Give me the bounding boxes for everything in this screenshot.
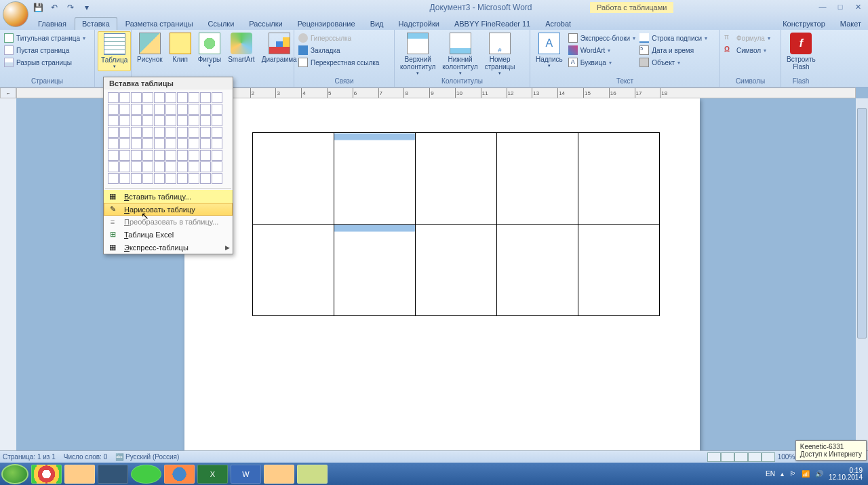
cover-page-icon [4,33,14,43]
hyperlink-button[interactable]: Гиперссылка [297,33,353,43]
blank-page-button[interactable]: Пустая страница [3,45,71,56]
task-firefox[interactable] [164,465,195,484]
tab-mailings[interactable]: Рассылки [242,18,289,30]
window-title: Документ3 - Microsoft Word [94,3,868,12]
footer-button[interactable]: Нижний колонтитул▾ [439,31,480,77]
draw-table-icon: ✎ [106,205,119,214]
smartart-button[interactable]: SmartArt [225,31,257,64]
tray-date[interactable]: 12.10.2014 [829,474,863,481]
flash-button[interactable]: fВстроить Flash [784,31,818,72]
status-page[interactable]: Страница: 1 из 1 [3,453,56,461]
tab-home[interactable]: Главная [31,18,73,30]
tray-network-icon[interactable]: 📶 [802,470,810,478]
tray-sound-icon[interactable]: 🔊 [815,470,823,478]
page-break-button[interactable]: Разрыв страницы [3,57,73,68]
header-icon [407,33,429,54]
group-label-links: Связи [297,77,391,85]
picture-button[interactable]: Рисунок [134,31,165,64]
dropdown-title: Вставка таблицы [104,77,233,90]
sigline-button[interactable]: Строка подписи [638,33,709,43]
maximize-button[interactable]: □ [831,1,849,12]
task-chrome[interactable] [31,465,62,484]
header-button[interactable]: Верхний колонтитул▾ [397,31,438,77]
crossref-button[interactable]: Перекрестная ссылка [297,57,380,68]
status-words[interactable]: Число слов: 0 [64,453,107,461]
ribbon-tabs: Главная Вставка Разметка страницы Ссылки… [0,15,868,30]
shapes-button[interactable]: Фигуры▾ [195,31,224,70]
tab-acrobat[interactable]: Acrobat [538,18,578,30]
task-excel[interactable]: X [197,465,228,484]
bookmark-button[interactable]: Закладка [297,45,341,56]
page[interactable] [184,98,700,463]
clipart-icon [170,33,191,54]
tray-up-icon[interactable]: ▴ [781,470,784,478]
close-button[interactable]: ✕ [849,1,867,12]
tab-review[interactable]: Рецензирование [291,18,362,30]
tab-addins[interactable]: Надстройки [392,18,446,30]
dropcap-icon: A [568,58,578,67]
group-label-text: Текст [533,77,717,85]
wordart-button[interactable]: WordArt [567,45,637,56]
dropcap-button[interactable]: AБуквица [567,57,637,68]
task-app2[interactable] [131,465,161,484]
cover-page-button[interactable]: Титульная страница [3,33,87,43]
minimize-button[interactable]: — [814,1,831,12]
datetime-icon: 5 [639,45,649,55]
pagenum-button[interactable]: #Номер страницы▾ [482,31,518,77]
office-button[interactable] [3,1,28,27]
convert-table-item[interactable]: ≡Преобразовать в таблицу... [104,216,233,228]
task-explorer[interactable] [64,465,95,484]
draw-table-item[interactable]: ✎Нарисовать таблицу [104,203,233,216]
qat-save[interactable]: 💾 [31,1,45,14]
tab-view[interactable]: Вид [363,18,391,30]
bookmark-icon [298,45,308,55]
task-app1[interactable] [98,465,128,484]
task-notes[interactable] [297,465,328,484]
table-icon [104,33,125,55]
title-bar: 💾 ↶ ↷ ▾ Документ3 - Microsoft Word Работ… [0,0,868,15]
tab-design[interactable]: Конструктор [776,18,832,30]
group-text: AНадпись▾ Экспресс-блоки WordArt AБуквиц… [530,30,720,87]
symbol-button[interactable]: ΩСимвол [723,45,768,56]
tab-insert[interactable]: Вставка [75,17,117,30]
insert-table-item[interactable]: ▦Вставить таблицу... [104,190,233,203]
object-button[interactable]: Объект [638,57,709,68]
tray-flag-icon[interactable]: 🏳 [789,470,796,478]
vertical-scrollbar[interactable] [856,98,868,463]
task-word[interactable]: W [231,465,261,484]
window-controls: — □ ✕ [814,1,867,12]
table-size-grid[interactable] [104,90,233,187]
qat-more[interactable]: ▾ [80,1,94,14]
excel-table-item[interactable]: ⊞Таблица Excel [104,228,233,241]
chart-button[interactable]: Диаграмма [259,31,300,64]
qat-redo[interactable]: ↷ [64,1,77,14]
qat-undo[interactable]: ↶ [47,1,61,14]
textbox-button[interactable]: AНадпись▾ [533,31,566,70]
view-buttons[interactable] [707,452,775,462]
status-bar: Страница: 1 из 1 Число слов: 0 🔤 Русский… [0,450,868,463]
taskbar: X W EN ▴ 🏳 📶 🔊 0:19 12.10.2014 [0,463,868,485]
group-links: Гиперссылка Закладка Перекрестная ссылка… [294,30,395,87]
group-pages: Титульная страница Пустая страница Разры… [0,30,95,87]
clipart-button[interactable]: Клип [167,31,194,64]
flash-icon: f [790,33,812,54]
tray-lang[interactable]: EN [766,470,775,478]
shapes-icon [199,33,220,54]
tab-abbyy[interactable]: ABBYY FineReader 11 [448,18,537,30]
tray-time[interactable]: 0:19 [829,467,863,474]
ruler-corner[interactable]: ⌐ [0,88,16,98]
tab-layout[interactable]: Макет [833,18,868,30]
vertical-ruler[interactable] [0,98,16,463]
quickparts-button[interactable]: Экспресс-блоки [567,33,637,43]
quick-tables-item[interactable]: ▦Экспресс-таблицы▶ [104,241,233,254]
document-table[interactable] [252,132,660,316]
tab-references[interactable]: Ссылки [201,18,241,30]
table-button[interactable]: Таблица▾ [98,31,131,71]
task-folder[interactable] [264,465,294,484]
tab-pagelayout[interactable]: Разметка страницы [119,18,200,30]
start-button[interactable] [1,464,28,484]
status-lang[interactable]: 🔤 Русский (Россия) [115,453,179,461]
zoom-percent[interactable]: 100% [778,453,795,461]
datetime-button[interactable]: 5Дата и время [638,45,709,56]
formula-button[interactable]: πФормула [723,33,772,43]
